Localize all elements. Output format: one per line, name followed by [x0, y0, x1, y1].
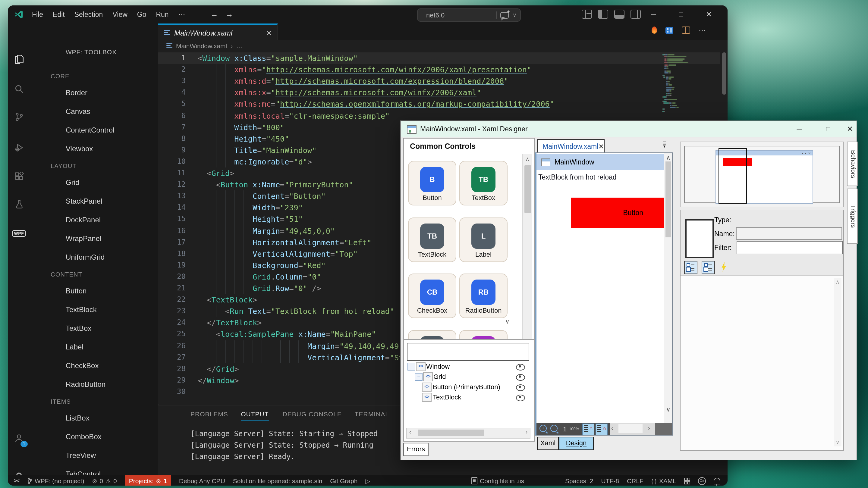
forward-arrow-icon[interactable]: → — [225, 10, 233, 19]
designer-minimize-button[interactable]: ─ — [790, 121, 808, 137]
maximize-button[interactable]: □ — [667, 5, 695, 24]
toolbox-item-viewbox[interactable]: Viewbox — [66, 144, 93, 153]
scroll-down-icon[interactable]: ∨ — [666, 406, 671, 413]
toolbox-item-combobox[interactable]: ComboBox — [66, 432, 101, 441]
design-view-tab[interactable]: Design — [559, 437, 594, 450]
outline-node-window[interactable]: −<>Window — [404, 361, 534, 372]
scroll-right-icon[interactable]: › — [648, 425, 650, 431]
toolbox-item-wrappanel[interactable]: WrapPanel — [66, 234, 101, 243]
toolbox-item-textbox[interactable]: TextBox — [66, 324, 91, 332]
filter-input[interactable] — [737, 241, 843, 254]
categorized-view-icon[interactable] — [684, 261, 698, 274]
status-config[interactable]: Config file in .iis — [471, 477, 524, 484]
zoom-in-icon[interactable]: + — [539, 425, 547, 432]
toolbox-item-label[interactable]: Label — [66, 343, 84, 351]
name-input[interactable] — [736, 227, 842, 240]
back-arrow-icon[interactable]: ← — [210, 10, 218, 19]
activity-item-run-debug[interactable] — [8, 138, 30, 157]
scroll-down-icon[interactable]: ∨ — [505, 318, 510, 325]
toolbox-item-radiobutton[interactable]: RadioButton — [66, 380, 105, 389]
control-card-textblock[interactable]: TBTextBlock — [408, 218, 456, 262]
toolbox-item-grid[interactable]: Grid — [66, 178, 79, 187]
menu-edit[interactable]: Edit — [48, 5, 70, 24]
minimize-button[interactable]: ─ — [640, 5, 667, 24]
scroll-right-icon[interactable]: › — [526, 429, 527, 435]
designer-title-bar[interactable]: MainWindow.xaml - Xaml Designer ─ □ ✕ — [401, 121, 857, 137]
activity-item-wpf[interactable]: WPF — [8, 224, 30, 242]
control-card-label[interactable]: LLabel — [459, 218, 507, 262]
customize-layout-icon[interactable] — [582, 10, 592, 19]
menu-go[interactable]: Go — [132, 5, 151, 24]
toolbox-item-button[interactable]: Button — [66, 287, 87, 295]
status-csharp[interactable]: C# — [698, 477, 706, 485]
status-encoding[interactable]: UTF-8 — [601, 477, 619, 484]
status-language[interactable]: { }XAML — [651, 477, 676, 484]
outline-hscrollbar[interactable]: ‹ › — [406, 428, 530, 438]
panel-tab-debug-console[interactable]: DEBUG CONSOLE — [283, 410, 342, 418]
preview-vscrollbar[interactable]: ∧ ∨ — [664, 153, 673, 423]
status-extensions-status[interactable] — [684, 478, 690, 484]
control-card-radiobutton[interactable]: RBRadioButton — [459, 273, 507, 318]
toolbox-item-listbox[interactable]: ListBox — [66, 414, 90, 422]
visibility-eye-icon[interactable] — [516, 364, 525, 370]
toolbox-item-treeview[interactable]: TreeView — [66, 451, 96, 460]
split-editor-icon[interactable] — [682, 27, 690, 34]
breadcrumb[interactable]: MainWindow.xaml › … — [158, 40, 727, 52]
toolbox-item-contentcontrol[interactable]: ContentControl — [66, 126, 114, 134]
tab-close-icon[interactable]: ✕ — [266, 29, 272, 37]
activity-item-accounts[interactable]: 1 — [8, 429, 30, 447]
preview-red-button[interactable]: Button — [571, 198, 664, 228]
tab-mainwindow-xaml[interactable]: MainWindow.xaml ✕ — [158, 24, 278, 41]
toolbox-item-checkbox[interactable]: CheckBox — [66, 361, 98, 370]
control-card-textbox[interactable]: TBTextBox — [459, 161, 507, 205]
status-remote[interactable]: >< — [14, 478, 19, 484]
visibility-eye-icon[interactable] — [516, 384, 525, 391]
panel-tab-problems[interactable]: PROBLEMS — [190, 410, 228, 418]
toggle-panel-icon[interactable] — [614, 10, 624, 19]
status-projects[interactable]: Projects:⊗1 — [125, 475, 171, 486]
scroll-up-icon[interactable]: ∧ — [666, 154, 671, 161]
command-center[interactable]: net6.0 ∨ — [417, 8, 521, 22]
chevron-down-icon[interactable]: ∨ — [513, 12, 517, 18]
expander-icon[interactable]: − — [407, 363, 415, 370]
toolbox-item-stackpanel[interactable]: StackPanel — [66, 197, 102, 205]
breadcrumb-more[interactable]: … — [236, 42, 243, 50]
visibility-eye-icon[interactable] — [516, 374, 525, 381]
expander-icon[interactable]: − — [415, 373, 423, 381]
preview-textblock[interactable]: TextBlock from hot reload — [538, 173, 617, 181]
behaviors-tab[interactable]: Behaviors — [847, 141, 858, 186]
toolbox-item-border[interactable]: Border — [66, 89, 87, 97]
open-designer-icon[interactable] — [665, 27, 673, 33]
status-git-graph[interactable]: Git Graph — [330, 477, 358, 484]
triggers-tab[interactable]: Triggers — [847, 189, 858, 244]
toolbox-item-uniformgrid[interactable]: UniformGrid — [66, 253, 104, 261]
status-solution[interactable]: Solution file opened: sample.sln — [233, 477, 322, 484]
visibility-eye-icon[interactable] — [516, 395, 525, 401]
breadcrumb-file[interactable]: MainWindow.xaml — [176, 42, 227, 50]
preview-tab[interactable]: MainWindow.xaml ✕ — [537, 139, 604, 154]
xaml-view-tab[interactable]: Xaml — [537, 437, 559, 450]
control-card-checkbox[interactable]: CBCheckBox — [408, 273, 456, 318]
designer-maximize-button[interactable]: □ — [819, 121, 837, 137]
snap-lines-icon[interactable] — [595, 424, 608, 435]
outline-filter-input[interactable] — [407, 343, 529, 361]
scroll-down-icon[interactable]: ∨ — [834, 439, 841, 445]
hot-reload-flame-icon[interactable] — [652, 27, 657, 34]
more-actions-icon[interactable]: ⋯ — [699, 26, 706, 34]
menu-file[interactable]: File — [27, 5, 48, 24]
status-bell[interactable] — [714, 478, 720, 484]
zoom-out-icon[interactable]: − — [550, 425, 558, 432]
inspector-scrollbar[interactable]: ∧ ∨ — [834, 278, 841, 447]
errors-button[interactable]: Errors — [403, 443, 429, 456]
scroll-left-icon[interactable]: ‹ — [611, 425, 613, 431]
outline-node-grid[interactable]: −<>Grid — [404, 372, 534, 382]
scroll-left-icon[interactable]: ‹ — [409, 429, 411, 435]
activity-item-extensions[interactable] — [8, 167, 30, 186]
tab-list-menu-icon[interactable]: ≡▼ — [662, 141, 666, 148]
panel-tab-output[interactable]: OUTPUT — [241, 410, 269, 421]
status-play[interactable]: ▷ — [365, 478, 370, 484]
status-branch[interactable]: WPF: (no project) — [27, 477, 84, 484]
close-button[interactable]: ✕ — [695, 5, 723, 24]
outline-node-textblock[interactable]: <>TextBlock — [404, 392, 534, 402]
designer-close-button[interactable]: ✕ — [841, 121, 859, 137]
